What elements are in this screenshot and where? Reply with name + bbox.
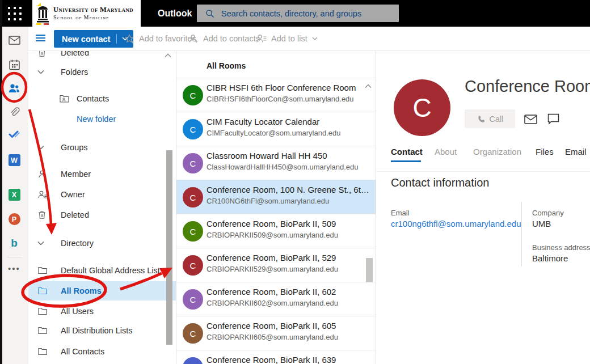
star-plus-icon bbox=[125, 34, 134, 44]
folder-icon bbox=[38, 287, 47, 295]
room-row[interactable]: C Conference Room, BioPark II, 605 CRBIO… bbox=[176, 316, 376, 350]
list-scroll-up-icon[interactable] bbox=[365, 84, 372, 88]
nav-group-groups[interactable]: Groups bbox=[28, 140, 176, 155]
new-contact-button[interactable]: New contact bbox=[54, 30, 133, 48]
logo-line1: University of Maryland bbox=[53, 6, 133, 14]
add-to-list-button[interactable]: Add to list bbox=[256, 27, 318, 50]
room-row[interactable]: C Conference Room, BioPark II, 529 CRBIO… bbox=[176, 248, 376, 282]
bing-icon[interactable]: b bbox=[0, 238, 28, 248]
chevron-down-icon bbox=[37, 241, 44, 246]
active-tab-underline bbox=[391, 160, 421, 162]
call-button[interactable]: Call bbox=[465, 109, 515, 128]
nav-scrollbar-thumb[interactable] bbox=[166, 150, 172, 345]
nav-item-all-users[interactable]: All Users bbox=[28, 304, 176, 319]
nav-scroll-up-icon[interactable] bbox=[165, 53, 171, 58]
new-contact-label: New contact bbox=[62, 35, 110, 44]
room-row[interactable]: C Classroom Howard Hall HH 450 ClassHowa… bbox=[176, 146, 376, 180]
contact-avatar: C bbox=[394, 79, 450, 136]
nav-item-all-contacts[interactable]: All Contacts bbox=[28, 344, 176, 359]
avatar: C bbox=[183, 153, 203, 173]
attachments-icon[interactable] bbox=[0, 107, 28, 118]
logo-line2: School of Medicine bbox=[53, 14, 133, 20]
contacts-folder-icon bbox=[60, 95, 69, 103]
email-link[interactable]: cr100ng6thfl@som.umaryland.edu bbox=[391, 219, 521, 228]
hamburger-menu-icon[interactable] bbox=[36, 35, 45, 43]
search-icon bbox=[205, 9, 214, 18]
phone-icon bbox=[477, 115, 486, 124]
search-input[interactable]: Search contacts, directory, and groups bbox=[197, 5, 399, 22]
avatar: C bbox=[183, 323, 203, 344]
nav-item-all-distribution-lists[interactable]: All Distribution Lists bbox=[28, 323, 176, 338]
top-app-bar: University of Maryland School of Medicin… bbox=[0, 0, 590, 27]
nav-item-default-gal[interactable]: Default Global Address List bbox=[28, 263, 176, 278]
app-launcher-icon[interactable] bbox=[8, 7, 22, 20]
nav-item-new-folder[interactable]: New folder bbox=[28, 112, 176, 126]
company-value: UMB bbox=[532, 219, 551, 228]
room-row[interactable]: C CIBR HSFI 6th Floor Conference Room CI… bbox=[176, 78, 376, 112]
room-row[interactable]: C Conference Room, BioPark II, 602 CRBIO… bbox=[176, 282, 376, 316]
nav-item-deleted-top[interactable]: Deleted bbox=[28, 51, 176, 60]
avatar: C bbox=[183, 357, 203, 364]
window-left-edge bbox=[0, 0, 2, 364]
chat-icon[interactable] bbox=[547, 113, 559, 125]
contact-information-heading: Contact information bbox=[391, 176, 489, 189]
email-icon[interactable] bbox=[524, 115, 537, 124]
powerpoint-icon[interactable]: P bbox=[0, 213, 28, 225]
people-icon[interactable] bbox=[0, 83, 28, 93]
rail-divider bbox=[7, 257, 22, 257]
avatar: C bbox=[183, 187, 203, 208]
nav-item-member[interactable]: Member bbox=[28, 167, 176, 181]
nav-group-directory[interactable]: Directory bbox=[28, 236, 176, 251]
list-scrollbar-thumb[interactable] bbox=[366, 258, 373, 282]
tab-email[interactable]: Email bbox=[565, 147, 587, 156]
todo-icon[interactable] bbox=[0, 130, 28, 138]
excel-icon[interactable]: X bbox=[0, 189, 28, 201]
nav-item-owner[interactable]: Owner bbox=[28, 187, 176, 202]
room-row[interactable]: C CIM Faculty Locator Calendar CIMFacult… bbox=[176, 112, 376, 146]
umd-column-icon bbox=[36, 2, 49, 25]
tab-contact[interactable]: Contact bbox=[391, 147, 423, 156]
avatar: C bbox=[183, 85, 203, 105]
add-to-favorites-label: Add to favorites bbox=[139, 34, 196, 43]
tab-about[interactable]: About bbox=[435, 147, 457, 156]
tab-organization[interactable]: Organization bbox=[473, 147, 521, 156]
add-to-favorites-button[interactable]: Add to favorites bbox=[125, 27, 196, 50]
avatar: C bbox=[183, 289, 203, 310]
room-row-selected[interactable]: C Conference Room, 100 N. Greene St., 6t… bbox=[176, 180, 376, 214]
room-row[interactable]: C Conference Room, BioPark II, 509 CRBIO… bbox=[176, 214, 376, 248]
calendar-icon[interactable] bbox=[0, 60, 28, 70]
more-apps-icon[interactable]: ••• bbox=[0, 264, 28, 273]
folder-icon bbox=[38, 266, 47, 274]
person-lines-icon bbox=[38, 191, 47, 199]
nav-item-deleted[interactable]: Deleted bbox=[28, 208, 176, 222]
avatar: C bbox=[183, 119, 203, 139]
nav-group-folders[interactable]: Folders bbox=[28, 65, 176, 79]
avatar: C bbox=[183, 221, 203, 242]
folder-icon bbox=[38, 348, 47, 355]
email-field-label: Email bbox=[391, 209, 410, 217]
company-field-label: Company bbox=[532, 209, 564, 217]
chevron-down-icon bbox=[312, 37, 318, 40]
add-to-contacts-label: Add to contacts bbox=[203, 34, 260, 43]
list-header: All Rooms bbox=[206, 61, 246, 70]
person-icon bbox=[38, 170, 47, 179]
tab-files[interactable]: Files bbox=[536, 147, 554, 156]
folders-nav-panel: Deleted Folders Contacts New folder Grou… bbox=[28, 51, 176, 364]
avatar: C bbox=[183, 255, 203, 276]
add-to-list-label: Add to list bbox=[271, 34, 307, 43]
mail-icon[interactable] bbox=[0, 36, 28, 45]
call-label: Call bbox=[490, 115, 504, 124]
nav-item-all-rooms[interactable]: All Rooms bbox=[28, 283, 176, 298]
nav-item-contacts[interactable]: Contacts bbox=[28, 91, 176, 106]
add-to-contacts-button[interactable]: Add to contacts bbox=[189, 27, 260, 50]
chevron-down-icon bbox=[37, 145, 44, 150]
word-icon[interactable]: W bbox=[0, 154, 28, 166]
command-toolbar: New contact Add to favorites Add to cont… bbox=[28, 27, 590, 51]
chevron-down-icon bbox=[37, 70, 44, 74]
room-row[interactable]: C Conference Room, BioPark II, 639 bbox=[176, 350, 376, 364]
contact-detail-panel: C Conference Room, Call Contact About Or… bbox=[376, 51, 590, 364]
folder-icon bbox=[38, 327, 47, 335]
person-list-icon bbox=[256, 34, 267, 44]
search-placeholder: Search contacts, directory, and groups bbox=[221, 9, 361, 18]
trash-icon bbox=[38, 51, 46, 57]
